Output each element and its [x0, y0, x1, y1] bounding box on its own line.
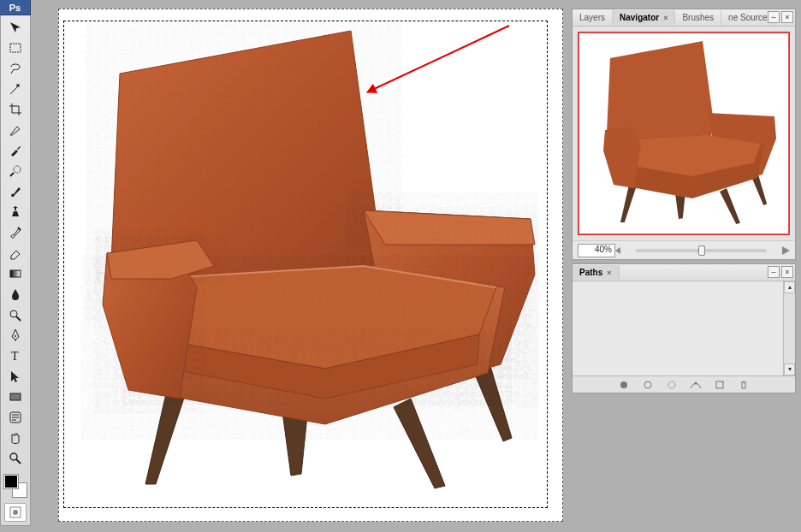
- svg-rect-6: [10, 393, 21, 400]
- app-logo: Ps: [0, 0, 31, 15]
- paths-body: ▴ ▾: [573, 281, 795, 393]
- tab-navigator[interactable]: Navigator×: [613, 10, 675, 25]
- type-tool[interactable]: T: [4, 346, 27, 365]
- load-selection-button[interactable]: [665, 378, 679, 392]
- hand-tool[interactable]: [4, 429, 27, 447]
- paths-panel-header: Paths× – ×: [573, 264, 795, 281]
- app-logo-text: Ps: [9, 3, 21, 13]
- svg-point-1: [14, 166, 21, 173]
- zoom-tool[interactable]: [4, 449, 27, 468]
- navigator-thumbnail: [585, 38, 782, 229]
- navigator-panel: Layers Navigator× Brushes ne Source – ×: [572, 9, 796, 260]
- dodge-tool[interactable]: [4, 305, 27, 324]
- path-selection-tool[interactable]: [4, 367, 27, 386]
- tab-navigator-label: Navigator: [620, 13, 659, 22]
- svg-point-4: [15, 335, 16, 337]
- svg-point-10: [13, 510, 18, 515]
- panel-close-button[interactable]: ×: [781, 11, 793, 23]
- make-workpath-button[interactable]: [689, 378, 703, 392]
- annotation-arrow: [359, 17, 522, 103]
- fill-path-button[interactable]: [617, 378, 631, 392]
- scroll-up-button[interactable]: ▴: [784, 281, 795, 293]
- paths-scrollbar[interactable]: ▴ ▾: [783, 281, 795, 375]
- blur-tool[interactable]: [4, 285, 27, 304]
- panel-close-button[interactable]: ×: [781, 266, 793, 278]
- tab-brushes[interactable]: Brushes: [675, 10, 721, 25]
- tools-toolbar: T: [0, 15, 31, 526]
- navigator-preview[interactable]: [578, 32, 790, 235]
- panel-minimize-button[interactable]: –: [768, 266, 780, 278]
- navigator-body: [573, 27, 795, 240]
- notes-tool[interactable]: [4, 408, 27, 427]
- zoom-slider-thumb[interactable]: [698, 245, 705, 256]
- scroll-down-button[interactable]: ▾: [784, 364, 795, 375]
- tab-clone-source-label: ne Source: [728, 13, 768, 22]
- pen-tool[interactable]: [4, 326, 27, 345]
- svg-point-8: [10, 453, 17, 460]
- svg-point-14: [668, 381, 675, 388]
- zoom-value-field[interactable]: 40%: [578, 244, 615, 257]
- svg-point-15: [695, 381, 697, 384]
- gradient-tool[interactable]: [4, 264, 27, 283]
- svg-rect-2: [10, 270, 21, 277]
- zoom-in-icon[interactable]: [782, 246, 790, 255]
- spot-healing-tool[interactable]: [4, 162, 27, 180]
- zoom-slider[interactable]: [636, 249, 767, 252]
- foreground-color-swatch[interactable]: [3, 474, 19, 489]
- history-brush-tool[interactable]: [4, 223, 27, 242]
- stroke-path-button[interactable]: [641, 378, 655, 392]
- paths-panel: Paths× – × ▴ ▾: [572, 263, 796, 393]
- svg-point-13: [644, 381, 651, 388]
- tab-layers-label: Layers: [579, 13, 605, 22]
- eyedropper-tool[interactable]: [4, 141, 27, 160]
- lasso-tool[interactable]: [4, 59, 27, 78]
- panels-dock: Layers Navigator× Brushes ne Source – ×: [572, 9, 796, 393]
- rectangle-shape-tool[interactable]: [4, 387, 27, 406]
- svg-rect-0: [10, 44, 21, 52]
- tab-layers[interactable]: Layers: [573, 10, 613, 25]
- close-icon[interactable]: ×: [663, 14, 668, 22]
- quick-mask-toggle[interactable]: [4, 503, 27, 522]
- tab-paths-label: Paths: [579, 268, 602, 277]
- navigator-panel-header: Layers Navigator× Brushes ne Source – ×: [573, 9, 795, 27]
- rectangular-marquee-tool[interactable]: [4, 38, 27, 57]
- new-path-button[interactable]: [713, 378, 727, 392]
- svg-text:T: T: [11, 350, 19, 363]
- navigator-zoom-bar: 40%: [573, 240, 795, 259]
- svg-point-3: [10, 310, 17, 317]
- svg-line-11: [372, 26, 509, 90]
- delete-path-button[interactable]: [737, 378, 751, 392]
- tab-brushes-label: Brushes: [682, 13, 714, 22]
- zoom-out-icon[interactable]: [615, 247, 620, 254]
- tab-paths[interactable]: Paths×: [573, 265, 620, 280]
- crop-tool[interactable]: [4, 100, 27, 119]
- panel-minimize-button[interactable]: –: [768, 11, 780, 23]
- close-icon[interactable]: ×: [607, 269, 611, 277]
- magic-wand-tool[interactable]: [4, 80, 27, 98]
- color-swatches[interactable]: [3, 474, 27, 498]
- move-tool[interactable]: [4, 18, 27, 37]
- svg-point-12: [620, 381, 627, 388]
- paths-footer: [573, 375, 795, 393]
- brush-tool[interactable]: [4, 182, 27, 201]
- slice-tool[interactable]: [4, 121, 27, 139]
- eraser-tool[interactable]: [4, 244, 27, 263]
- clone-stamp-tool[interactable]: [4, 203, 27, 222]
